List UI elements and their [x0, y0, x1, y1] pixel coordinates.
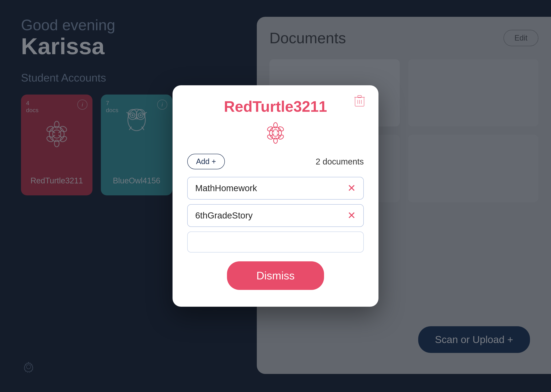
document-empty-slot — [187, 231, 364, 252]
modal-overlay: RedTurtle3211 Add + 2 documents — [0, 0, 551, 392]
document-name-2: 6thGradeStory — [195, 210, 253, 221]
document-name-1: MathHomework — [195, 183, 257, 193]
remove-document-1-button[interactable]: ✕ — [347, 183, 356, 193]
document-item-1: MathHomework ✕ — [187, 177, 364, 200]
modal-turtle-icon — [262, 119, 289, 147]
remove-document-2-button[interactable]: ✕ — [347, 210, 356, 221]
document-item-2: 6thGradeStory ✕ — [187, 204, 364, 227]
svg-point-31 — [269, 127, 281, 139]
modal-docs-count: 2 documents — [316, 157, 364, 166]
modal-docs-row: Add + 2 documents — [187, 154, 364, 169]
delete-icon[interactable] — [353, 95, 366, 108]
dismiss-button[interactable]: Dismiss — [227, 261, 324, 290]
modal-username: RedTurtle3211 — [224, 98, 327, 115]
add-document-button[interactable]: Add + — [187, 154, 225, 169]
svg-point-32 — [272, 130, 279, 136]
student-detail-modal: RedTurtle3211 Add + 2 documents — [173, 85, 378, 307]
